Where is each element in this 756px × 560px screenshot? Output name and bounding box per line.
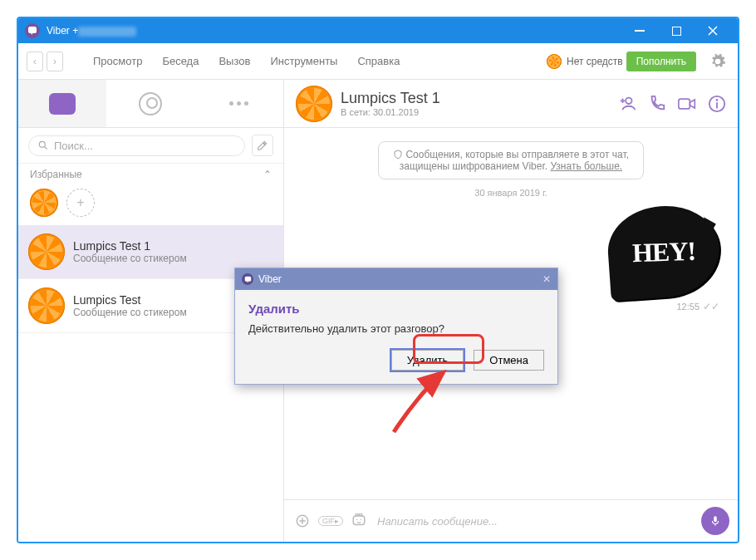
menu-toolbar: ‹ › Просмотр Беседа Вызов Инструменты Сп…: [18, 43, 738, 80]
shield-icon: [393, 150, 403, 160]
chat-name: Lumpics Test 1: [73, 239, 187, 253]
dialog-heading: Удалить: [248, 302, 544, 316]
conversation-actions: [618, 95, 726, 113]
encryption-notice[interactable]: Сообщения, которые вы отправляете в этот…: [378, 141, 644, 179]
menu-view[interactable]: Просмотр: [85, 52, 150, 71]
add-contact-button[interactable]: [618, 95, 636, 113]
message-composer: GIF▸: [284, 499, 738, 542]
message-meta: 12:55 ✓✓: [608, 301, 719, 312]
dialog-titlebar: Viber ✕: [235, 268, 557, 290]
sticker-hey[interactable]: HEY!: [605, 202, 722, 301]
maximize-button[interactable]: [658, 18, 695, 43]
nav-forward-button[interactable]: ›: [47, 52, 63, 71]
dialog-cancel-button[interactable]: Отмена: [474, 350, 544, 371]
avatar-icon: [28, 233, 65, 270]
menu-tools[interactable]: Инструменты: [262, 52, 346, 71]
svg-point-3: [626, 97, 631, 103]
svg-rect-9: [353, 516, 365, 525]
delete-confirm-dialog: Viber ✕ Удалить Действительно удалить эт…: [234, 268, 558, 385]
sidebar-tabs: [18, 80, 283, 128]
sticker-button[interactable]: [349, 511, 369, 531]
dialog-text: Действительно удалить этот разговор?: [248, 322, 544, 335]
window-title: Viber +: [47, 25, 621, 37]
topup-button[interactable]: Пополнить: [626, 52, 696, 71]
svg-rect-0: [635, 30, 645, 32]
compose-button[interactable]: [252, 135, 273, 156]
search-icon: [37, 140, 49, 151]
chevron-up-icon: ⌃: [263, 169, 272, 180]
balance-indicator[interactable]: Нет средств: [547, 54, 623, 69]
search-row: Поиск...: [18, 128, 283, 164]
favorite-contact[interactable]: [30, 189, 58, 217]
menu-chat[interactable]: Беседа: [154, 52, 207, 71]
chat-name: Lumpics Test: [73, 293, 187, 307]
settings-button[interactable]: [706, 50, 729, 73]
tab-contacts[interactable]: [106, 80, 194, 127]
svg-point-13: [361, 519, 362, 521]
voice-message-button[interactable]: [701, 507, 729, 535]
add-favorite-button[interactable]: +: [66, 189, 95, 217]
viber-icon: [25, 23, 40, 38]
contact-icon: [139, 92, 162, 115]
avatar-icon: [28, 287, 65, 324]
search-placeholder: Поиск...: [54, 140, 93, 152]
menu-call[interactable]: Вызов: [210, 52, 258, 71]
svg-rect-4: [679, 99, 690, 109]
date-separator: 30 января 2019 г.: [474, 188, 547, 198]
app-window: Viber + ‹ › Просмотр Беседа Вызов Инстру…: [17, 17, 739, 543]
balance-label: Нет средств: [567, 56, 623, 67]
chat-preview: Сообщение со стикером: [73, 253, 187, 264]
chat-preview: Сообщение со стикером: [73, 307, 187, 318]
voice-call-button[interactable]: [648, 95, 666, 113]
tab-more[interactable]: [195, 80, 283, 127]
message-input[interactable]: [377, 515, 693, 528]
coin-icon: [547, 54, 562, 69]
conversation-title: Lumpics Test 1: [341, 90, 440, 107]
menu-help[interactable]: Справка: [349, 52, 408, 71]
phone-blur: [78, 27, 136, 37]
svg-point-2: [39, 141, 45, 147]
close-button[interactable]: [695, 18, 731, 43]
svg-point-12: [356, 519, 358, 521]
dialog-close-button[interactable]: ✕: [542, 273, 551, 285]
svg-rect-14: [714, 516, 717, 522]
conversation-header: Lumpics Test 1 В сети: 30.01.2019: [284, 80, 738, 128]
minimize-button[interactable]: [621, 18, 658, 43]
chat-icon: [49, 93, 76, 115]
favorites-header[interactable]: Избранные ⌃: [18, 164, 283, 185]
info-button[interactable]: [708, 95, 726, 113]
delivered-icon: ✓✓: [703, 301, 719, 312]
more-icon: [229, 101, 248, 106]
video-call-button[interactable]: [678, 95, 696, 113]
svg-rect-7: [716, 102, 718, 108]
learn-more-link[interactable]: Узнать больше.: [550, 160, 622, 172]
outgoing-sticker-message: HEY! 12:55 ✓✓: [608, 206, 719, 312]
attach-button[interactable]: [292, 511, 312, 531]
gif-button[interactable]: GIF▸: [321, 511, 341, 531]
viber-icon: [242, 273, 253, 285]
conversation-status: В сети: 30.01.2019: [341, 107, 440, 117]
conversation-avatar[interactable]: [296, 86, 332, 122]
svg-point-10: [356, 513, 358, 516]
tab-chats[interactable]: [18, 80, 106, 127]
favorites-row: +: [18, 185, 283, 225]
svg-point-11: [360, 513, 362, 516]
nav-back-button[interactable]: ‹: [27, 52, 43, 71]
window-titlebar: Viber +: [18, 18, 738, 43]
svg-rect-1: [672, 27, 680, 35]
dialog-confirm-button[interactable]: Удалить: [391, 350, 464, 371]
search-input[interactable]: Поиск...: [28, 135, 245, 156]
svg-point-6: [716, 99, 719, 101]
